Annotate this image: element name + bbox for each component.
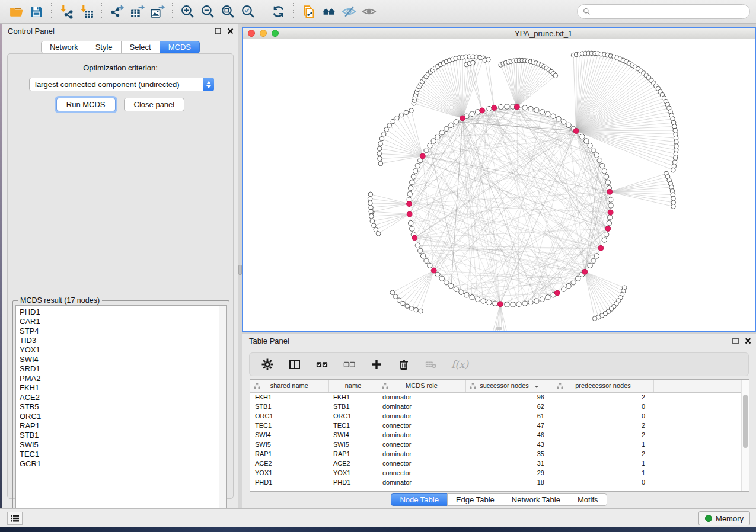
table-row[interactable]: STB1STB1dominator620 [250,402,741,411]
criterion-select[interactable]: largest connected component (undirected) [29,78,214,91]
table-row[interactable]: YOX1YOX1connector291 [250,468,741,477]
mcds-result-item[interactable]: CAR1 [20,317,226,326]
mcds-dominator-node[interactable] [605,226,611,231]
mcds-dominator-node[interactable] [607,189,613,194]
mcds-result-item[interactable]: RAP1 [20,421,226,431]
mcds-dominator-node[interactable] [573,128,579,133]
table-cell[interactable]: ORC1 [328,411,378,421]
network-node[interactable] [449,123,454,127]
network-node[interactable] [493,301,497,306]
network-node[interactable] [428,263,432,268]
network-node[interactable] [562,120,566,124]
import-network-icon[interactable] [56,3,76,21]
mcds-result-item[interactable]: GCR1 [20,459,226,469]
mcds-result-item[interactable]: ACE2 [20,393,226,402]
network-node[interactable] [415,243,420,248]
table-cell[interactable]: 61 [465,411,553,421]
leaf-node[interactable] [419,309,423,313]
table-cell[interactable]: ACE2 [250,459,328,468]
table-scrollbar-thumb[interactable] [743,395,748,448]
table-row[interactable]: SWI5SWI5connector431 [250,440,741,449]
network-node[interactable] [408,220,413,225]
network-node[interactable] [608,215,613,220]
leaf-node[interactable] [404,110,409,115]
network-node[interactable] [424,258,429,263]
network-node[interactable] [591,258,596,263]
network-node[interactable] [602,238,607,242]
float-panel-icon[interactable] [732,337,739,344]
network-node[interactable] [431,139,436,143]
close-window-icon[interactable] [248,30,255,37]
table-cell[interactable]: dominator [378,411,465,421]
network-node[interactable] [599,163,604,168]
leaf-node[interactable] [592,316,597,321]
node-table-grid[interactable]: shared namenameMCDS rolesuccessor nodesp… [250,380,741,487]
mcds-dominator-node[interactable] [412,235,417,241]
table-cell[interactable]: 2 [553,421,653,430]
table-cell[interactable]: ORC1 [250,411,328,421]
table-cell[interactable]: 2 [553,449,653,459]
table-cell[interactable]: 2 [553,430,653,440]
network-node[interactable] [576,276,580,281]
table-row[interactable]: SWI4SWI4dominator462 [250,430,741,440]
network-node[interactable] [499,104,503,109]
mcds-result-item[interactable]: FKH1 [20,383,226,393]
network-node[interactable] [522,105,527,110]
tab-network[interactable]: Network [41,41,87,53]
network-node[interactable] [588,263,592,268]
mcds-result-item[interactable]: STP4 [20,326,226,336]
search-input[interactable] [594,6,744,18]
network-node[interactable] [449,283,454,288]
mcds-result-item[interactable]: SWI4 [20,355,226,364]
mcds-list-scrollbar[interactable] [219,306,226,517]
network-node[interactable] [546,295,550,300]
export-network-icon[interactable] [107,3,127,21]
close-panel-icon[interactable] [744,337,751,344]
network-node[interactable] [435,272,440,277]
network-node[interactable] [534,108,539,113]
deselect-all-icon[interactable] [342,357,356,371]
network-node[interactable] [481,299,486,303]
table-tab-motifs[interactable]: Motifs [569,493,607,506]
network-view[interactable] [243,39,755,331]
mcds-result-item[interactable]: TID3 [20,336,226,345]
leaf-node[interactable] [368,197,372,201]
task-history-button[interactable] [7,512,23,525]
network-node[interactable] [540,110,544,114]
leaf-node[interactable] [391,119,395,124]
leaf-node[interactable] [397,298,401,303]
network-node[interactable] [420,254,425,258]
column-header-successor-nodes[interactable]: successor nodes [465,380,553,392]
network-node[interactable] [505,104,509,109]
table-cell[interactable]: dominator [378,430,465,440]
network-node[interactable] [444,126,449,131]
table-tab-network-table[interactable]: Network Table [503,493,569,506]
network-node[interactable] [435,134,440,139]
network-node[interactable] [546,111,550,116]
zoom-fit-icon[interactable] [218,3,238,21]
table-cell[interactable]: PHD1 [250,477,328,487]
mcds-result-item[interactable]: STB5 [20,402,226,412]
mcds-result-item[interactable]: SRD1 [20,364,226,374]
table-row[interactable]: ORC1ORC1dominator610 [250,411,741,421]
network-hscroll-thumb[interactable] [496,327,502,330]
network-node[interactable] [408,185,413,190]
table-cell[interactable]: 1 [553,440,653,449]
mcds-dominator-node[interactable] [608,210,613,215]
network-node[interactable] [439,276,444,281]
network-node[interactable] [487,300,492,305]
export-image-icon[interactable] [147,3,167,21]
table-cell[interactable]: connector [378,468,465,477]
memory-button[interactable]: Memory [698,511,750,525]
select-all-checked-icon[interactable] [315,357,329,371]
leaf-node[interactable] [471,60,476,65]
table-cell[interactable]: 0 [553,411,653,421]
network-node[interactable] [411,174,416,179]
hide-selected-icon[interactable] [339,3,359,21]
table-cell[interactable]: RAP1 [250,449,328,459]
leaf-node[interactable] [378,156,382,161]
mcds-dominator-node[interactable] [598,245,604,251]
network-canvas[interactable] [243,39,755,331]
table-row[interactable]: RAP1RAP1dominator352 [250,449,741,459]
mcds-dominator-node[interactable] [582,269,588,274]
